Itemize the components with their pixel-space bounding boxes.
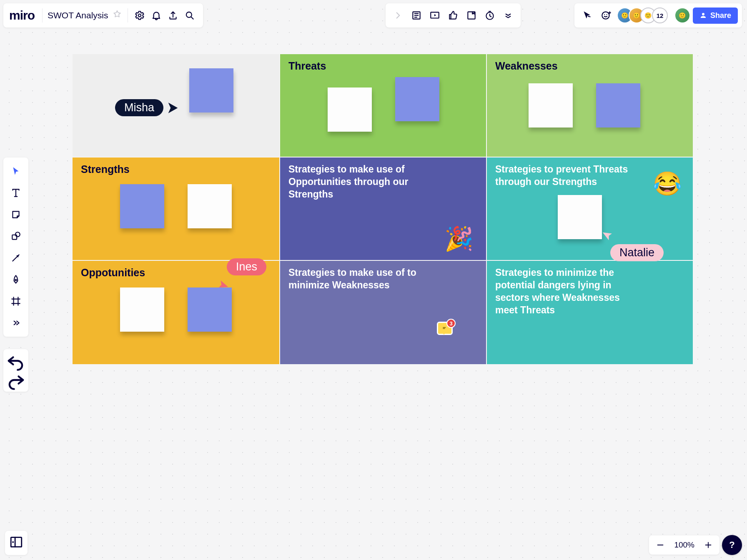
canvas[interactable]: Threats Weaknesses Strengths Strategies … (73, 54, 689, 364)
topbar-center (386, 3, 521, 28)
cell-text: Strategies to minimize the potential dan… (495, 267, 620, 317)
upload-icon[interactable] (165, 7, 181, 24)
comment-indicator[interactable]: 3 (437, 322, 453, 335)
chevron-right-icon[interactable] (390, 7, 406, 24)
sticky-note[interactable] (120, 184, 164, 228)
frames-panel-toggle[interactable] (5, 531, 28, 555)
avatar-overflow-count[interactable]: 12 (652, 8, 668, 23)
collaborator-avatars[interactable]: 🙂 🙂 🙂 12 (617, 8, 668, 23)
svg-point-6 (602, 12, 609, 19)
svg-point-8 (15, 232, 20, 237)
cursor-ines: Ines (216, 258, 266, 291)
swot-strategies-WT-cell[interactable]: Strategies to minimize the potential dan… (487, 261, 693, 364)
cursor-icon (214, 277, 231, 294)
cursor-icon (166, 101, 180, 115)
history-toolbar (3, 349, 28, 392)
connector-tool[interactable] (5, 248, 27, 268)
more-tools[interactable] (5, 312, 27, 333)
sticky-note-tool[interactable] (5, 204, 27, 225)
redo-button[interactable] (5, 371, 27, 389)
more-icon[interactable] (500, 7, 516, 24)
comment-count-badge: 3 (446, 319, 456, 328)
pen-tool[interactable] (5, 269, 27, 290)
zoom-controls: 100% ? (649, 535, 742, 555)
sticky-note[interactable] (529, 83, 573, 128)
cursor-misha: Misha (115, 99, 180, 116)
shape-tool[interactable] (5, 226, 27, 247)
search-icon[interactable] (181, 7, 198, 24)
party-popper-icon: 🎉 (444, 225, 474, 252)
share-button-label: Share (710, 11, 731, 20)
cursor-select-icon[interactable] (579, 7, 595, 24)
cursor-label: Natalie (610, 244, 664, 261)
present-icon[interactable] (426, 7, 443, 24)
share-button[interactable]: Share (693, 8, 738, 24)
text-tool[interactable] (5, 182, 27, 203)
sticky-note[interactable] (596, 83, 640, 128)
swot-threats-cell[interactable]: Threats (280, 54, 486, 157)
timer-icon[interactable] (481, 7, 498, 24)
cell-text: Strategies to make use of Opportunities … (288, 163, 422, 201)
swot-weaknesses-cell[interactable]: Weaknesses (487, 54, 693, 157)
thumbs-up-icon[interactable] (445, 7, 461, 24)
svg-point-0 (138, 14, 141, 17)
cell-text: Strategies to make use of to minimize We… (288, 267, 422, 292)
divider (128, 8, 128, 22)
cursor-icon (600, 228, 616, 243)
svg-point-9 (15, 279, 16, 280)
cell-title: Threats (288, 60, 478, 72)
star-icon[interactable] (110, 10, 124, 21)
frame-tool[interactable] (5, 291, 27, 312)
sticky-note[interactable] (328, 88, 372, 132)
undo-button[interactable] (5, 352, 27, 370)
sticky-note[interactable] (395, 77, 439, 121)
cursor-label: Misha (115, 99, 163, 116)
sticky-note[interactable] (188, 288, 232, 332)
swot-strategies-SO-cell[interactable]: Strategies to make use of Opportunities … (280, 158, 486, 260)
cell-text: Strategies to prevent Threats through ou… (495, 163, 629, 188)
left-toolbar (3, 158, 28, 337)
hide-frames-icon[interactable] (408, 7, 425, 24)
select-tool[interactable] (5, 161, 27, 182)
board-title[interactable]: SWOT Analysis (46, 10, 110, 20)
comment-mode-icon[interactable] (463, 7, 480, 24)
svg-point-11 (12, 541, 14, 543)
sticky-note[interactable] (188, 184, 232, 228)
cursor-natalie: Natalie (602, 229, 664, 261)
zoom-level[interactable]: 100% (674, 540, 694, 550)
cell-title: Weaknesses (495, 60, 684, 72)
sticky-note[interactable] (189, 68, 233, 112)
current-user-avatar[interactable]: 🙂 (674, 8, 690, 23)
help-button[interactable]: ? (722, 535, 742, 555)
topbar-left: miro SWOT Analysis (3, 3, 203, 28)
laughing-emoji-icon: 😂 (653, 170, 682, 198)
zoom-in-button[interactable] (702, 539, 714, 551)
cell-title: Strengths (81, 163, 271, 175)
topbar-right: 🙂 🙂 🙂 12 🙂 Share (574, 3, 742, 28)
bell-icon[interactable] (148, 7, 165, 24)
settings-icon[interactable] (131, 7, 148, 24)
app-logo[interactable]: miro (8, 8, 39, 22)
reactions-icon[interactable] (598, 7, 614, 24)
swot-strategies-WO-cell[interactable]: Strategies to make use of to minimize We… (280, 261, 486, 364)
zoom-out-button[interactable] (654, 539, 667, 551)
sticky-note[interactable] (558, 195, 602, 239)
divider (42, 8, 43, 22)
swot-strengths-cell[interactable]: Strengths (73, 158, 279, 260)
cursor-label: Ines (227, 258, 266, 275)
sticky-note[interactable] (120, 288, 164, 332)
